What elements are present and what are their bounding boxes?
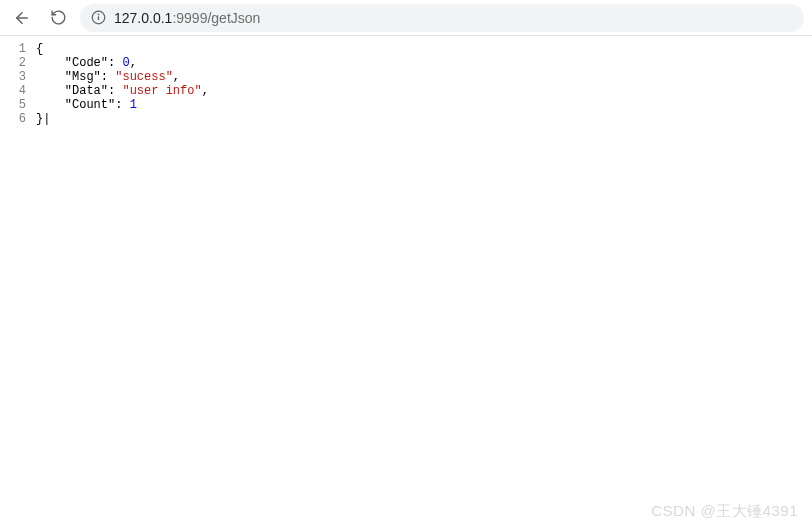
back-button[interactable] bbox=[8, 4, 36, 32]
code-line-5: 5 "Count": 1 bbox=[0, 98, 812, 112]
arrow-left-icon bbox=[13, 9, 31, 27]
json-key: "Data" bbox=[65, 84, 108, 98]
json-key: "Code" bbox=[65, 56, 108, 70]
code-line-6: 6 }| bbox=[0, 112, 812, 126]
address-bar[interactable]: 127.0.0.1:9999/getJson bbox=[80, 4, 804, 32]
line-number: 3 bbox=[0, 70, 36, 84]
json-viewer: 1 { 2 "Code": 0, 3 "Msg": "sucess", 4 "D… bbox=[0, 36, 812, 126]
site-info-icon[interactable] bbox=[90, 10, 106, 26]
open-brace: { bbox=[36, 42, 43, 56]
line-number: 2 bbox=[0, 56, 36, 70]
browser-toolbar: 127.0.0.1:9999/getJson bbox=[0, 0, 812, 36]
code-line-2: 2 "Code": 0, bbox=[0, 56, 812, 70]
code-line-4: 4 "Data": "user info", bbox=[0, 84, 812, 98]
url-path: :9999/getJson bbox=[172, 10, 260, 26]
caret-icon: | bbox=[43, 112, 50, 126]
reload-icon bbox=[50, 9, 67, 26]
json-string: "sucess" bbox=[115, 70, 173, 84]
json-string: "user info" bbox=[122, 84, 201, 98]
svg-point-4 bbox=[98, 14, 99, 15]
url-text: 127.0.0.1:9999/getJson bbox=[114, 10, 260, 26]
code-line-1: 1 { bbox=[0, 42, 812, 56]
line-number: 5 bbox=[0, 98, 36, 112]
json-number: 1 bbox=[130, 98, 137, 112]
json-key: "Msg" bbox=[65, 70, 101, 84]
line-number: 6 bbox=[0, 112, 36, 126]
code-line-3: 3 "Msg": "sucess", bbox=[0, 70, 812, 84]
json-number: 0 bbox=[122, 56, 129, 70]
line-number: 4 bbox=[0, 84, 36, 98]
line-number: 1 bbox=[0, 42, 36, 56]
watermark: CSDN @王大锤4391 bbox=[651, 502, 798, 521]
json-key: "Count" bbox=[65, 98, 115, 112]
reload-button[interactable] bbox=[44, 4, 72, 32]
url-host: 127.0.0.1 bbox=[114, 10, 172, 26]
